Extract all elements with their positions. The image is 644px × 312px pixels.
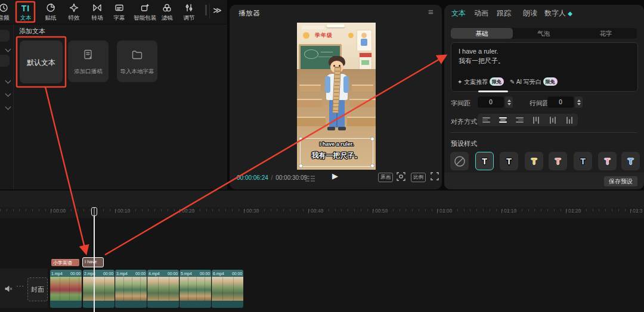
preview-desk [349, 99, 376, 107]
preset-tile-white-outline[interactable]: T [500, 152, 518, 170]
fullscreen-icon[interactable] [431, 172, 439, 183]
video-clip[interactable]: 5.mp400:00 [179, 270, 211, 308]
clip-thumbnail [83, 277, 114, 301]
ruler-label: 00:20 [179, 208, 194, 214]
tab-digital-human[interactable]: 数字人 ◆ [544, 8, 572, 18]
main-toolbar: 音频 TI 文本 贴纸 特效 转场 字幕 [0, 0, 227, 24]
preset-none-tile[interactable] [450, 152, 469, 170]
video-clip[interactable]: 2.mp400:00 [83, 270, 114, 308]
subtab-basic[interactable]: 基础 [451, 28, 513, 39]
preset-tile-pink[interactable]: T [598, 152, 617, 170]
toolbar-divider [209, 4, 210, 18]
selection-handle[interactable] [370, 137, 374, 141]
ruler-label: 01:00 [437, 208, 452, 214]
selection-handle[interactable] [370, 164, 374, 168]
chevron-down-icon[interactable] [5, 104, 11, 110]
video-clip[interactable]: 1.mp400:00 [50, 270, 82, 308]
clip-thumbnail [50, 277, 82, 301]
subtab-bubble[interactable]: 气泡 [513, 28, 575, 39]
tab-reading[interactable]: 朗读 [523, 8, 537, 18]
align-vertical-top-button[interactable] [528, 114, 544, 126]
video-clip[interactable]: 4.mp400:00 [147, 270, 179, 308]
tab-text[interactable]: 文本 [451, 8, 466, 18]
ruler-label: 00:50 [373, 208, 388, 214]
ruler-label: 00:30 [244, 208, 259, 214]
preview-desk [347, 117, 376, 126]
preview-light [327, 24, 345, 27]
frame-grid-icon[interactable] [305, 174, 315, 185]
play-button[interactable]: ▶ [332, 171, 338, 180]
cover-button[interactable]: 封面 [27, 277, 48, 301]
preset-tile-lightblue[interactable]: T [574, 152, 592, 170]
focus-icon[interactable] [397, 172, 405, 183]
subtab-fancy-text[interactable]: 花字 [575, 28, 637, 39]
collapsed-panel-item[interactable] [0, 30, 10, 42]
subtitle-selection-box[interactable]: I have a ruler. 我有一把尺子。 [300, 138, 373, 167]
video-clip[interactable]: 6.mp400:00 [212, 270, 243, 308]
letter-spacing-input[interactable]: 0 [478, 96, 504, 108]
text-content-input[interactable]: I have a ruler. 我有一把尺子。 ✦ 文案推荐 限免 ✎ AI 写… [451, 42, 638, 92]
selection-handle[interactable] [299, 137, 303, 141]
track-more-button[interactable]: ··· [16, 282, 24, 289]
subtab-group: 基础 气泡 花字 [451, 28, 637, 39]
selection-handle[interactable] [299, 164, 303, 168]
preview-poster [357, 30, 372, 51]
import-local-subtitle-card[interactable]: 导入本地字幕 [117, 40, 157, 82]
panel-footer: 保存预设 [444, 173, 644, 189]
preview-desk [297, 117, 326, 126]
preview-desk [299, 85, 321, 92]
letter-spacing-stepper[interactable] [505, 96, 513, 108]
clip-thumbnail [179, 277, 211, 301]
toolbar-item-adjust[interactable]: 调节 [176, 3, 202, 22]
original-quality-badge[interactable]: 原画 [378, 173, 393, 182]
toolbar-item-text[interactable]: TI 文本 [13, 3, 39, 22]
preset-tile-blue[interactable]: T [621, 152, 640, 170]
preset-tile-white[interactable]: T [475, 152, 494, 170]
preview-subtitle-en: I have a ruler. [301, 141, 373, 147]
toolbar-item-captions[interactable]: 字幕 [106, 3, 132, 22]
ai-voiceover-button[interactable]: ✎ AI 写旁白 限免 [510, 77, 558, 86]
playhead-handle[interactable] [91, 207, 97, 216]
chevron-down-icon[interactable] [5, 78, 11, 84]
preview-banner-text: 学年级 [315, 32, 333, 39]
chevron-down-icon[interactable] [5, 91, 11, 97]
text-clip-selected[interactable]: I have [82, 257, 104, 267]
toolbar-item-sticker[interactable]: 贴纸 [38, 3, 64, 22]
mute-track-icon[interactable] [5, 284, 13, 295]
align-left-button[interactable] [478, 114, 494, 126]
preview-tape [302, 26, 324, 29]
playhead-line[interactable] [94, 207, 95, 312]
player-timecode: 00:00:06:24 / 00:00:30:09 [237, 174, 307, 181]
preset-tile-yellow[interactable]: T [525, 152, 543, 170]
video-preview[interactable]: 学年级 [297, 23, 376, 170]
preview-desk [352, 85, 373, 92]
player-menu-icon[interactable]: ≡ [428, 7, 434, 17]
tab-tracking[interactable]: 跟踪 [497, 8, 511, 18]
align-vertical-bottom-button[interactable] [561, 114, 578, 126]
tab-animation[interactable]: 动画 [474, 8, 488, 18]
align-label: 对齐方式 [451, 117, 477, 126]
copy-suggest-button[interactable]: ✦ 文案推荐 限免 [457, 77, 504, 86]
clip-thumbnail [115, 277, 147, 301]
align-center-button[interactable] [494, 114, 511, 126]
limited-free-badge: 限免 [543, 77, 558, 86]
line-spacing-input[interactable]: 0 [547, 96, 574, 108]
align-vertical-middle-button[interactable] [544, 114, 561, 126]
preset-tile-coral[interactable]: T [549, 152, 567, 170]
align-button-group [478, 114, 578, 126]
default-text-card[interactable]: 默认文本 [20, 40, 63, 83]
add-speech-script-card[interactable]: 添加口播稿 [68, 40, 109, 82]
collapsed-panel-item[interactable] [0, 55, 10, 67]
textarea-scrollbar[interactable] [478, 91, 508, 92]
line-spacing-stepper[interactable] [575, 96, 583, 108]
toolbar-expand-button[interactable]: ≫ [213, 5, 222, 15]
ratio-badge[interactable]: 比例 [411, 173, 426, 182]
align-right-button[interactable] [511, 114, 528, 126]
toolbar-item-effects[interactable]: 特效 [61, 3, 87, 22]
folder-icon [131, 49, 143, 63]
save-preset-button[interactable]: 保存预设 [604, 176, 637, 186]
video-clip[interactable]: 3.mp400:00 [115, 270, 147, 308]
text-clip-title[interactable]: 小学英语 [51, 259, 79, 266]
speech-doc-icon [82, 49, 94, 63]
chevron-down-icon[interactable] [5, 46, 11, 52]
